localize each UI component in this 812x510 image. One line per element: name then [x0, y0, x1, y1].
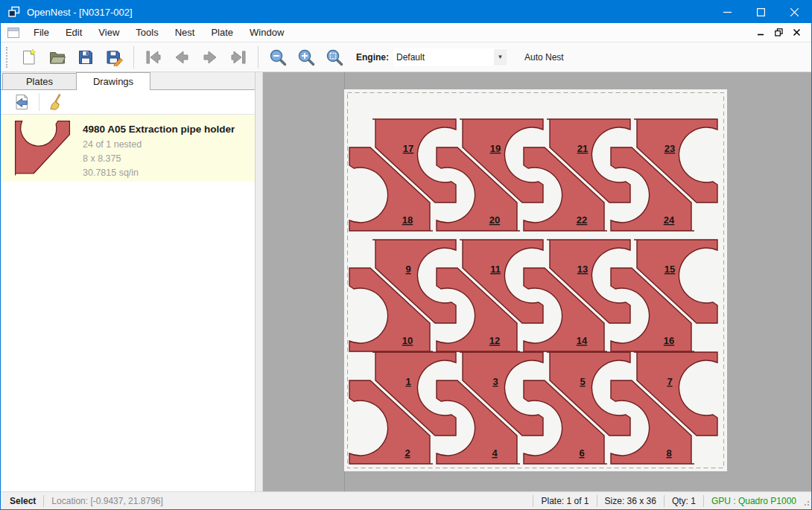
part-number-6: 6 [579, 447, 584, 459]
part-number-16: 16 [664, 335, 674, 346]
save-as-icon[interactable] [102, 45, 126, 69]
drawing-size: 8 x 8.375 [83, 152, 235, 166]
part-number-13: 13 [577, 264, 588, 275]
part-number-21: 21 [577, 143, 588, 154]
engine-value: Default [393, 52, 494, 63]
tab-plates[interactable]: Plates [2, 73, 77, 89]
part-number-17: 17 [403, 143, 413, 154]
part-number-5: 5 [580, 376, 585, 387]
status-separator [703, 495, 704, 507]
previous-plate-icon[interactable] [170, 45, 194, 69]
menu-bar: File Edit View Tools Nest Plate Window [1, 23, 811, 42]
last-plate-icon[interactable] [226, 45, 250, 69]
status-gpu: GPU : Quadro P1000 [711, 496, 796, 506]
part-thumbnail [11, 122, 74, 174]
toolbar-grip[interactable] [6, 47, 9, 68]
left-panel: Plates Drawings [1, 72, 256, 491]
status-mode: Select [1, 496, 36, 506]
zoom-in-icon[interactable] [294, 45, 318, 69]
plate[interactable]: 171921231820222491113151012141613572468 [344, 89, 727, 471]
part-number-24: 24 [664, 214, 675, 226]
part-number-4: 4 [492, 447, 498, 459]
nest-canvas[interactable]: 171921231820222491113151012141613572468 [263, 72, 811, 491]
first-plate-icon[interactable] [142, 45, 165, 69]
part-number-9: 9 [405, 264, 410, 275]
resize-grip[interactable] [801, 492, 811, 509]
status-separator [664, 495, 664, 507]
window-title: OpenNest - [N0317-002] [27, 7, 711, 18]
zoom-fit-icon[interactable] [323, 45, 346, 69]
status-separator [43, 495, 44, 507]
toolbar-separator [133, 46, 134, 68]
mdi-controls [752, 25, 811, 40]
drawing-title: 4980 A05 Extraction pipe holder [83, 124, 235, 135]
import-drawing-icon[interactable] [11, 92, 32, 112]
menu-edit[interactable]: Edit [57, 24, 90, 41]
part-number-23: 23 [664, 143, 675, 154]
save-icon[interactable] [74, 45, 98, 69]
mdi-close-button[interactable] [787, 25, 805, 40]
engine-label: Engine: [356, 52, 389, 63]
drawing-nested-count: 24 of 1 nested [83, 138, 235, 152]
status-bar: Select Location: [-0.9437, 21.8796] Plat… [1, 491, 811, 509]
toolbar-separator [258, 46, 258, 68]
auto-nest-button[interactable]: Auto Nest [518, 48, 570, 66]
part-number-12: 12 [489, 335, 500, 346]
part-number-18: 18 [402, 214, 413, 226]
nest-parts: 171921231820222491113151012141613572468 [349, 119, 717, 464]
drawing-area: 30.7815 sq/in [83, 166, 235, 180]
part-thumbnail-shape [16, 121, 70, 176]
app-icon [8, 6, 20, 18]
panel-tabs: Plates Drawings [1, 72, 255, 90]
menu-window[interactable]: Window [241, 24, 292, 41]
part-number-8: 8 [666, 447, 671, 459]
part-number-22: 22 [577, 214, 587, 226]
part-number-7: 7 [667, 376, 672, 387]
new-icon[interactable] [17, 45, 41, 69]
menu-tools[interactable]: Tools [127, 24, 166, 41]
chevron-down-icon[interactable]: ▼ [494, 49, 507, 66]
title-bar: OpenNest - [N0317-002] [1, 1, 811, 23]
status-plate: Plate: 1 of 1 [541, 496, 589, 506]
status-location: Location: [-0.9437, 21.8796] [51, 496, 162, 506]
menu-view[interactable]: View [90, 24, 127, 41]
maximize-button[interactable] [744, 1, 778, 23]
menu-plate[interactable]: Plate [203, 24, 241, 41]
drawing-info: 4980 A05 Extraction pipe holder 24 of 1 … [74, 122, 235, 174]
close-button[interactable] [778, 1, 811, 23]
part-number-20: 20 [489, 214, 500, 226]
minimize-button[interactable] [711, 1, 744, 23]
status-qty: Qty: 1 [672, 496, 696, 506]
open-icon[interactable] [45, 45, 69, 69]
drawings-toolbar [1, 90, 255, 115]
menu-nest[interactable]: Nest [167, 24, 203, 41]
next-plate-icon[interactable] [198, 45, 222, 69]
main-area: Plates Drawings [1, 72, 811, 491]
part-number-11: 11 [490, 264, 501, 275]
panel-splitter[interactable] [256, 72, 263, 491]
status-size: Size: 36 x 36 [605, 496, 656, 506]
app-window: OpenNest - [N0317-002] File Edit View To… [0, 0, 812, 510]
mdi-minimize-button[interactable] [752, 25, 770, 40]
part-number-2: 2 [405, 447, 410, 459]
engine-combobox[interactable]: Default ▼ [393, 48, 507, 66]
toolbar-separator [39, 93, 39, 111]
zoom-out-icon[interactable] [266, 45, 290, 69]
part-number-3: 3 [492, 376, 498, 387]
status-separator [597, 495, 597, 507]
nest-svg: 171921231820222491113151012141613572468 [344, 89, 727, 471]
part-number-14: 14 [577, 335, 588, 346]
part-number-1: 1 [405, 376, 410, 387]
menu-file[interactable]: File [25, 24, 57, 41]
document-icon[interactable] [7, 28, 19, 38]
tab-drawings[interactable]: Drawings [76, 72, 150, 90]
status-separator [533, 495, 533, 507]
clean-icon[interactable] [46, 92, 67, 112]
mdi-restore-button[interactable] [770, 25, 787, 40]
part-number-19: 19 [490, 143, 501, 154]
drawing-list-item[interactable]: 4980 A05 Extraction pipe holder 24 of 1 … [1, 115, 255, 182]
part-number-10: 10 [402, 335, 413, 346]
part-number-15: 15 [664, 264, 675, 275]
main-toolbar: Engine: Default ▼ Auto Nest [1, 42, 811, 72]
